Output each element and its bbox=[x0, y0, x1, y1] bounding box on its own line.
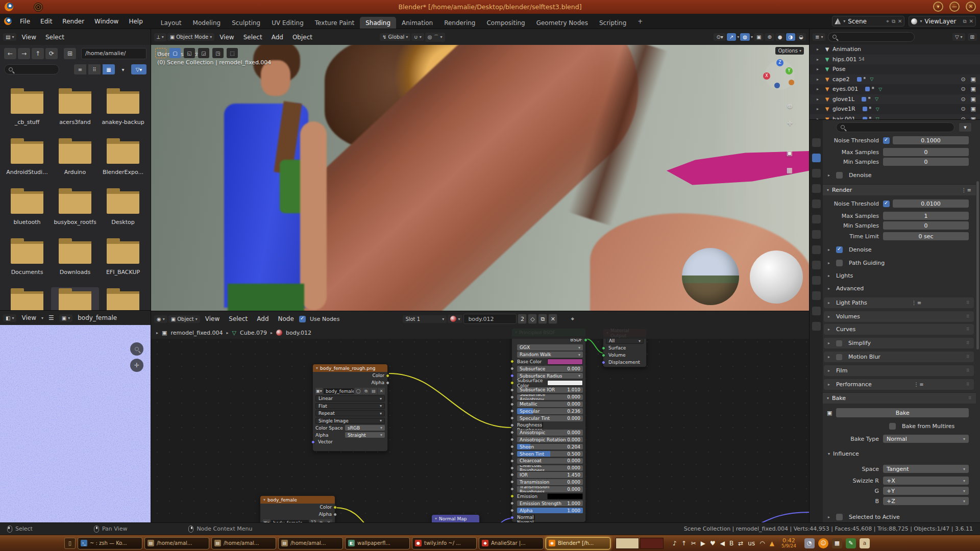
modifier-stack-icon[interactable] bbox=[872, 87, 876, 91]
options-button[interactable]: Options▾ bbox=[775, 47, 804, 55]
min-samples-render-row[interactable]: Min Samples0 bbox=[823, 221, 976, 230]
taskbar-window-button[interactable]: ▤ /home/amal... bbox=[144, 537, 209, 549]
tray-icon[interactable]: ⇄ bbox=[738, 540, 743, 547]
fake-user-icon[interactable]: ◯ bbox=[355, 388, 362, 394]
window-shade-icon[interactable]: ▾ bbox=[933, 2, 943, 12]
input-socket[interactable] bbox=[510, 502, 514, 505]
socket-alpha-out[interactable] bbox=[386, 381, 389, 385]
view-list-vertical-icon[interactable]: ≡ bbox=[74, 64, 86, 74]
shading-wireframe-icon[interactable]: ⊕ bbox=[765, 33, 774, 41]
tab-viewlayer-icon[interactable] bbox=[812, 184, 821, 193]
view-menu[interactable]: View bbox=[215, 32, 238, 42]
render-section-header[interactable]: ▾Render⋮≡ bbox=[823, 184, 976, 195]
mesh-data-icon[interactable]: ▽ bbox=[875, 96, 878, 102]
input-socket[interactable] bbox=[510, 374, 514, 378]
rendered-scene[interactable]: User Perspective (0) Scene Collection | … bbox=[151, 45, 809, 311]
wrench-modifier-icon[interactable] bbox=[862, 97, 866, 102]
node-image-texture-body[interactable]: ▾body_female Color Alpha ▣▾body_female12… bbox=[260, 495, 335, 522]
new-viewlayer-icon[interactable]: ⧉ bbox=[963, 18, 966, 24]
bsdf-property-row[interactable]: Subsurface▾ Subsurface Subsurface0.000 S… bbox=[517, 366, 583, 372]
bsdf-property-row[interactable]: Anisotropic▾ Anisotropic Anisotropic0.00… bbox=[517, 430, 583, 436]
disable-render-camera-icon[interactable]: ▣ bbox=[971, 96, 976, 103]
node-dropdown[interactable]: Flat▾ bbox=[315, 403, 385, 409]
tab-tool-icon[interactable] bbox=[812, 138, 821, 147]
unlink-icon[interactable]: ✕ bbox=[378, 388, 385, 394]
tab-particles-icon[interactable] bbox=[812, 261, 821, 269]
expand-icon[interactable]: ▸ bbox=[817, 57, 822, 62]
axis-minus-z[interactable] bbox=[774, 83, 780, 88]
outliner-row[interactable]: ▸ ▼ cape2 ◇ ▽ ⊙ ▣ bbox=[810, 74, 980, 85]
outliner-row[interactable]: ▸ ▼ eyes.001 ◇ ▽ ⊙ ▣ bbox=[810, 84, 980, 94]
tray-icon[interactable]: us bbox=[748, 540, 755, 547]
color-swatch[interactable] bbox=[547, 380, 583, 386]
workspace-tab[interactable]: UV Editing bbox=[266, 17, 309, 29]
shading-material-icon[interactable]: ◑ bbox=[786, 33, 796, 41]
shader-type-selector[interactable]: ▣ Object▾ bbox=[168, 315, 200, 323]
workspace-tab[interactable]: Compositing bbox=[481, 17, 530, 29]
color-swatch[interactable] bbox=[547, 359, 583, 365]
bsdf-property-row[interactable]: Normal▾ Normal Normal Normal bbox=[517, 515, 583, 521]
remove-viewlayer-icon[interactable]: ✕ bbox=[969, 18, 973, 24]
socket-bsdf-out[interactable] bbox=[584, 338, 587, 342]
outliner-row[interactable]: ▸ ▼ hips.001 54 ◇ ▽ ⊙ ▣ bbox=[810, 55, 980, 65]
tray-icon[interactable]: ✂ bbox=[691, 540, 696, 547]
bsdf-property-row[interactable]: Transmission▾ Transmission Transmission0… bbox=[517, 479, 583, 485]
volumes-panel[interactable]: ▸Volumes⠿ bbox=[824, 311, 974, 322]
bsdf-property-row[interactable]: Alpha▾ Alpha Alpha1.000 Alpha bbox=[517, 508, 583, 514]
taskbar-window-button[interactable]: ◆ AnalieStar |... bbox=[479, 537, 544, 549]
slot-selector[interactable]: Slot 1▾ bbox=[403, 315, 447, 323]
volume-input[interactable]: Volume bbox=[608, 353, 644, 359]
color-swatch[interactable] bbox=[534, 514, 535, 520]
node-menu-add[interactable]: Add bbox=[253, 314, 273, 324]
node-dropdown[interactable]: Repeat▾ bbox=[315, 410, 385, 416]
mesh-data-icon[interactable]: ▽ bbox=[878, 87, 882, 92]
tab-physics-icon[interactable] bbox=[812, 276, 821, 285]
bsdf-property-row[interactable]: Anisotropic Rotation▾ Anisotropic Rotati… bbox=[517, 437, 583, 443]
use-nodes-checkbox[interactable] bbox=[299, 316, 306, 322]
input-socket[interactable] bbox=[510, 438, 514, 441]
tray-icon[interactable]: ◀ bbox=[720, 540, 725, 547]
input-socket[interactable] bbox=[510, 516, 514, 519]
space-row[interactable]: Space Tangent▾ bbox=[823, 465, 976, 473]
wrench-modifier-icon[interactable] bbox=[863, 107, 867, 111]
node-dropdown[interactable]: Single Image▾ bbox=[315, 418, 385, 424]
fake-user-shield-icon[interactable]: ◇ bbox=[528, 314, 537, 324]
menu-help[interactable]: Help bbox=[124, 16, 148, 27]
folder-item[interactable]: anakey-backup bbox=[99, 87, 147, 137]
workspace-tab[interactable]: Geometry Nodes bbox=[531, 17, 594, 29]
curves-panel[interactable]: ▸Curves⠿ bbox=[824, 324, 974, 335]
input-socket[interactable] bbox=[510, 431, 514, 434]
workspace-tab[interactable]: Sculpting bbox=[226, 17, 266, 29]
displacement-input[interactable]: Displacement bbox=[608, 360, 644, 366]
socket-color-out[interactable] bbox=[333, 506, 337, 509]
disable-render-camera-icon[interactable]: ▣ bbox=[971, 106, 976, 112]
tab-output-icon[interactable] bbox=[812, 169, 821, 178]
folder-item[interactable]: Desktop bbox=[99, 187, 147, 237]
tab-material-icon[interactable] bbox=[812, 322, 821, 331]
viewport-pan-hand-icon[interactable]: ✛ bbox=[787, 119, 793, 127]
dictionary-icon[interactable]: a bbox=[860, 538, 870, 548]
outliner-row[interactable]: ▸ ▼ Pose ◇ ▽ ⊙ ▣ bbox=[810, 64, 980, 74]
bsdf-property-row[interactable]: GGX▾ GGX GGX GGX bbox=[517, 344, 583, 350]
expand-icon[interactable]: ▸ bbox=[817, 107, 822, 111]
properties-scrollbar[interactable] bbox=[976, 181, 979, 349]
input-socket[interactable] bbox=[510, 494, 514, 498]
modifier-stack-icon[interactable] bbox=[869, 107, 874, 111]
node-menu-select[interactable]: Select bbox=[225, 314, 252, 324]
image-datablock-row[interactable]: ▣▾ body_female_rou... ◯ ⧉ ▤ ✕ bbox=[315, 388, 385, 394]
workspace-tab[interactable]: Modeling bbox=[187, 17, 227, 29]
blender-menu-icon[interactable] bbox=[4, 17, 12, 25]
denoise-viewport-checkbox[interactable] bbox=[836, 172, 843, 179]
folder-item-partial-selected[interactable] bbox=[51, 287, 99, 311]
tray-icon[interactable]: ↑ bbox=[681, 540, 687, 547]
max-samples-viewport-row[interactable]: Max Samples0 bbox=[823, 148, 976, 156]
input-socket[interactable] bbox=[510, 509, 514, 512]
xray-toggle-icon[interactable]: ▣ bbox=[754, 33, 764, 41]
calculator-icon[interactable]: ▦ bbox=[832, 538, 842, 548]
tray-icon[interactable]: ♥ bbox=[710, 540, 716, 547]
bsdf-property-row[interactable]: Metallic▾ Metallic Metallic0.000 Metalli… bbox=[517, 402, 583, 408]
expand-icon[interactable]: ▸ bbox=[817, 77, 822, 82]
pin-icon[interactable]: ⌖ bbox=[886, 18, 889, 24]
taskbar-window-button[interactable]: ◉ Blender* [/h... bbox=[546, 537, 610, 549]
folder-item[interactable]: _cb_stuff bbox=[3, 87, 51, 137]
